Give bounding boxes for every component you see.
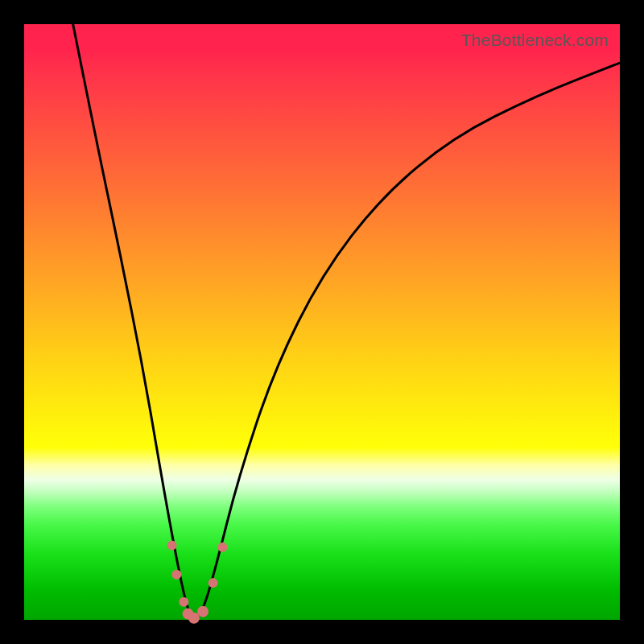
bottleneck-curve	[73, 24, 620, 617]
curve-dot	[171, 570, 181, 580]
chart-container: TheBottleneck.com	[0, 0, 644, 644]
curve-dot	[167, 541, 177, 551]
plot-area: TheBottleneck.com	[24, 24, 620, 620]
curve-dot	[208, 578, 218, 588]
curve-dot	[179, 597, 188, 607]
curve-svg	[24, 24, 620, 620]
curve-dot	[197, 606, 208, 617]
curve-dot	[217, 543, 227, 552]
